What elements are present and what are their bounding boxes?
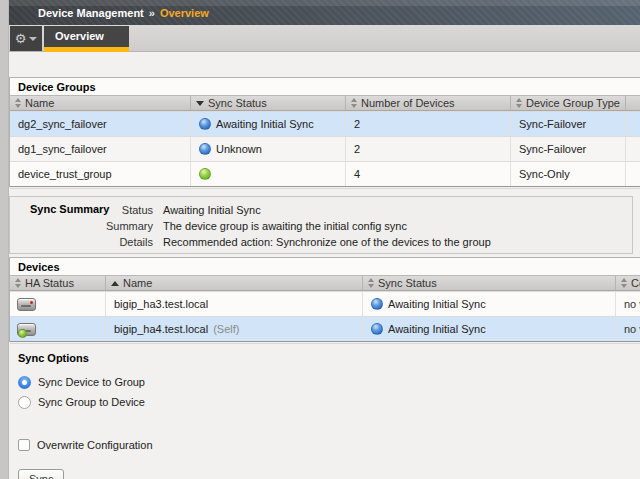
options-menu-button[interactable]: ⚙: [10, 26, 42, 51]
sync-status-label: Unknown: [216, 143, 262, 155]
devices-title: Devices: [10, 258, 640, 275]
device-group-type: Sync-Failover: [519, 118, 586, 130]
summary-row-summary: Summary The device group is awaiting the…: [10, 219, 632, 235]
summary-row-details: Details Recommended action: Synchronize …: [10, 235, 632, 251]
radio-sync-device-to-group[interactable]: Sync Device to Group: [18, 372, 153, 392]
device-name[interactable]: bigip_ha4.test.local: [114, 323, 208, 335]
device-ha-icon: [17, 323, 36, 336]
summary-row-status: Status Awaiting Initial Sync: [10, 203, 632, 219]
summary-value: The device group is awaiting the initial…: [163, 219, 407, 235]
green-led-icon: [18, 329, 27, 338]
radio-label: Sync Device to Group: [38, 376, 145, 388]
sync-status-label: Awaiting Initial Sync: [216, 118, 314, 130]
number-of-devices: 4: [354, 168, 360, 180]
tab-overview[interactable]: Overview: [44, 26, 129, 52]
radio-selected-icon[interactable]: [18, 376, 31, 389]
checkbox-icon[interactable]: [18, 439, 30, 451]
device-self-label: (Self): [213, 323, 239, 335]
sync-status-icon: [199, 168, 211, 180]
device-group-row-trust[interactable]: device_trust_group 4 Sync-Only: [10, 161, 640, 186]
breadcrumb-separator: »: [149, 7, 155, 19]
sort-icon: [15, 278, 21, 288]
devices-section: Devices HA Status Name Sync Status Confi…: [9, 257, 640, 342]
column-header-device-group-type[interactable]: Device Group Type: [510, 96, 625, 110]
tab-strip: ⚙ Overview: [9, 25, 640, 52]
summary-value: Recommended action: Synchronize one of t…: [163, 235, 491, 251]
sync-status-icon: [371, 298, 383, 310]
sync-status-icon: [199, 118, 211, 130]
sort-icon: [15, 98, 21, 108]
column-header-label: Sync Status: [378, 276, 437, 291]
group-name[interactable]: dg1_sync_failover: [18, 143, 107, 155]
red-led-icon: [30, 301, 33, 304]
column-header-number-of-devices[interactable]: Number of Devices: [345, 96, 510, 110]
breadcrumb-root: Device Management: [38, 7, 144, 19]
summary-value: Awaiting Initial Sync: [163, 203, 261, 219]
device-group-type: Sync-Only: [519, 168, 570, 180]
sort-asc-icon: [111, 281, 119, 286]
sync-options-title: Sync Options: [18, 352, 153, 364]
devices-header-row: HA Status Name Sync Status Configuration…: [10, 275, 640, 291]
sort-desc-icon: [196, 101, 204, 106]
column-header-label: Device Group Type: [526, 96, 620, 111]
summary-label: Status: [10, 203, 153, 219]
device-group-type: Sync-Failover: [519, 143, 586, 155]
radio-sync-group-to-device[interactable]: Sync Group to Device: [18, 392, 153, 412]
column-header-ha-status[interactable]: HA Status: [10, 276, 105, 290]
radio-label: Sync Group to Device: [38, 396, 145, 408]
column-header-name[interactable]: Name: [10, 96, 190, 110]
device-name[interactable]: bigip_ha3.test.local: [114, 298, 208, 310]
sync-status-icon: [199, 143, 211, 155]
device-ha-icon: [17, 298, 36, 311]
sort-icon: [351, 98, 357, 108]
breadcrumb-bar: Device Management » Overview: [9, 0, 640, 25]
left-gutter: [0, 0, 9, 479]
column-header-device-name[interactable]: Name: [105, 276, 362, 290]
summary-label: Summary: [10, 219, 153, 235]
column-header-label: Number of Devices: [361, 96, 455, 111]
sync-status-label: Awaiting Initial Sync: [388, 323, 486, 335]
column-header-label: Name: [123, 276, 152, 291]
column-header-label: HA Status: [25, 276, 74, 291]
column-header-label: Name: [25, 96, 54, 111]
chevron-down-icon: [29, 37, 37, 41]
sync-summary-box: Sync Summary Status Awaiting Initial Syn…: [9, 196, 633, 254]
device-row-ha3[interactable]: bigip_ha3.test.local Awaiting Initial Sy…: [10, 291, 640, 316]
breadcrumb-current: Overview: [160, 7, 209, 19]
configuration-time: no value: [624, 298, 640, 310]
sync-options-section: Sync Options Sync Device to Group Sync G…: [18, 352, 153, 479]
column-header-label: Configuration Time: [631, 276, 640, 291]
group-name[interactable]: dg2_sync_failover: [18, 118, 107, 130]
column-header-label: Sync Status: [208, 96, 267, 111]
device-group-row-dg2[interactable]: dg2_sync_failover Awaiting Initial Sync …: [10, 111, 640, 136]
checkbox-label: Overwrite Configuration: [37, 439, 153, 451]
device-row-ha4[interactable]: bigip_ha4.test.local (Self) Awaiting Ini…: [10, 316, 640, 341]
sort-icon: [368, 278, 374, 288]
checkbox-overwrite-configuration[interactable]: Overwrite Configuration: [18, 437, 153, 453]
sync-status-label: Awaiting Initial Sync: [388, 298, 486, 310]
number-of-devices: 2: [354, 143, 360, 155]
sort-icon: [621, 278, 627, 288]
column-header-configuration-time[interactable]: Configuration Time: [615, 276, 640, 290]
column-header-overflow: [625, 96, 640, 110]
sync-button[interactable]: Sync: [18, 469, 64, 479]
column-header-device-sync-status[interactable]: Sync Status: [362, 276, 615, 290]
group-name[interactable]: device_trust_group: [18, 168, 112, 180]
table-bottom-border: [10, 341, 640, 342]
sync-status-icon: [371, 323, 383, 335]
configuration-time: no value: [624, 323, 640, 335]
device-groups-title: Device Groups: [10, 78, 640, 95]
device-groups-header-row: Name Sync Status Number of Devices Devic…: [10, 95, 640, 111]
table-bottom-border: [10, 186, 640, 187]
device-group-row-dg1[interactable]: dg1_sync_failover Unknown 2 Sync-Failove…: [10, 136, 640, 161]
radio-unselected-icon[interactable]: [18, 396, 31, 409]
sort-icon: [516, 98, 522, 108]
summary-label: Details: [10, 235, 153, 251]
column-header-sync-status[interactable]: Sync Status: [190, 96, 345, 110]
tab-overview-label: Overview: [55, 30, 104, 42]
device-groups-section: Device Groups Name Sync Status Number of…: [9, 77, 640, 187]
number-of-devices: 2: [354, 118, 360, 130]
gear-icon: ⚙: [15, 32, 27, 45]
